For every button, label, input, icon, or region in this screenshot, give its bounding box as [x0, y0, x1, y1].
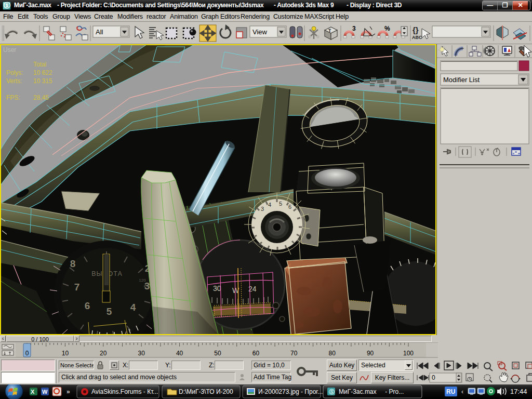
svg-text:AviaSkins.Forums - Кт...: AviaSkins.Forums - Кт... [91, 388, 158, 395]
svg-text:X: X [31, 389, 35, 395]
svg-text:5: 5 [107, 306, 112, 317]
svg-text:90: 90 [367, 350, 374, 357]
svg-text:30: 30 [213, 284, 221, 292]
svg-text:3: 3 [352, 25, 356, 32]
svg-text:40: 40 [176, 350, 183, 357]
svg-text:ABC: ABC [412, 35, 422, 40]
svg-text:»: » [66, 388, 70, 395]
svg-text:70: 70 [290, 350, 298, 357]
svg-text:0: 0 [25, 350, 29, 357]
svg-text:80: 80 [329, 350, 336, 357]
svg-text:8: 8 [70, 258, 76, 269]
svg-text:10: 10 [62, 350, 69, 357]
svg-text:60: 60 [252, 350, 260, 357]
svg-text:0: 0 [432, 374, 435, 381]
svg-text:Modifier List: Modifier List [443, 76, 480, 84]
svg-text:4: 4 [130, 302, 136, 313]
svg-text:{}: {} [413, 25, 419, 34]
svg-text:T: T [328, 28, 331, 33]
svg-text:7: 7 [74, 282, 80, 292]
svg-text:20: 20 [100, 350, 107, 357]
svg-text:3: 3 [261, 206, 264, 212]
svg-text:D:\МиГ-3\ТО И-200: D:\МиГ-3\ТО И-200 [179, 388, 233, 395]
svg-text:All: All [96, 28, 103, 36]
svg-text:120: 120 [139, 278, 146, 283]
svg-text:50: 50 [214, 350, 221, 357]
svg-text:5: 5 [279, 201, 282, 207]
svg-text:100: 100 [403, 350, 414, 357]
svg-text:RU: RU [446, 388, 455, 395]
svg-text:Ⓢ: Ⓢ [329, 389, 335, 395]
svg-text:‹: ‹ [461, 388, 463, 395]
svg-text:4: 4 [268, 202, 271, 208]
svg-text:%: % [384, 25, 390, 32]
svg-text:17:44: 17:44 [510, 388, 527, 395]
svg-text:И-2000273.jpg - Прог...: И-2000273.jpg - Прог... [258, 388, 323, 395]
svg-text:View: View [252, 28, 268, 36]
svg-text:МиГ-3ас.max - Pro...: МиГ-3ас.max - Pro... [339, 388, 404, 395]
svg-text:W: W [42, 389, 48, 395]
svg-text:30: 30 [138, 350, 145, 357]
svg-text:6: 6 [288, 204, 291, 210]
svg-text:6: 6 [85, 300, 90, 311]
